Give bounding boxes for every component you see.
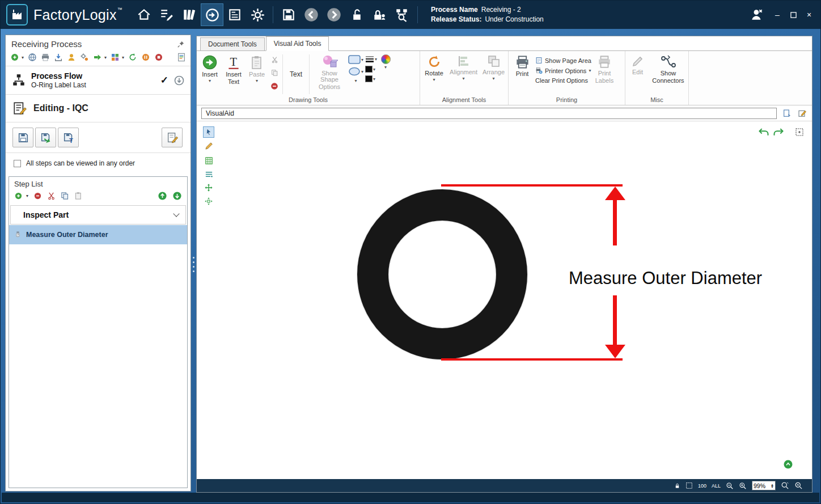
report-icon[interactable] (177, 53, 186, 62)
fill-color-caret-icon[interactable]: ▾ (373, 77, 375, 81)
tools-icon[interactable] (80, 53, 89, 62)
copy-icon[interactable] (61, 192, 69, 200)
move-up-icon[interactable] (158, 191, 167, 201)
chevron-down-icon[interactable] (173, 210, 179, 217)
undo-icon[interactable] (758, 127, 769, 137)
show-shape-options-button[interactable]: Show Shape Options (312, 53, 347, 96)
move-anchor-tool-icon[interactable] (203, 196, 214, 207)
user-icon[interactable] (67, 53, 76, 62)
pause-icon[interactable] (141, 53, 150, 62)
step-item-selected[interactable]: Measure Outer Diameter (9, 225, 187, 244)
line-style-icon[interactable] (365, 55, 374, 63)
shape-color-button[interactable]: ▾ (378, 53, 393, 96)
lock-user-button[interactable] (368, 3, 391, 26)
publish-icon[interactable] (93, 53, 102, 62)
home-button[interactable] (133, 3, 155, 26)
print-button[interactable]: Print (510, 53, 534, 96)
zoom-out-icon[interactable] (726, 482, 734, 490)
paste-button[interactable]: Paste ▾ (246, 53, 268, 96)
rectangle-shape-icon[interactable] (348, 55, 361, 64)
step-group-inspect-part[interactable]: Inspect Part (10, 205, 186, 225)
forward-button[interactable] (323, 3, 345, 26)
draw-tool-icon[interactable] (203, 140, 214, 151)
document-title-input[interactable]: VisualAid (201, 108, 777, 119)
categories-icon[interactable] (111, 53, 120, 62)
o-ring-image[interactable] (357, 189, 527, 359)
tab-visual-aid-tools[interactable]: Visual Aid Tools (266, 36, 329, 51)
selection-area-icon[interactable] (685, 482, 693, 489)
redo-icon[interactable] (773, 127, 784, 137)
add-caret-icon[interactable]: ▾ (22, 55, 24, 60)
pan-tool-icon[interactable] (203, 182, 214, 193)
print-labels-button[interactable]: Print Labels (593, 53, 616, 96)
copy-small-icon[interactable] (271, 69, 278, 77)
save-button[interactable] (277, 3, 300, 26)
zoom-selection-icon[interactable] (781, 481, 789, 490)
categories-caret-icon[interactable]: ▾ (122, 55, 124, 60)
stroke-color-swatch[interactable] (365, 66, 373, 73)
zoom-spinner[interactable]: ▲▼ (771, 484, 774, 488)
annotation-text[interactable]: Measure Outer Diameter (569, 268, 762, 289)
save-template-button[interactable]: T (58, 128, 79, 147)
zoom-reset-icon[interactable] (783, 459, 793, 469)
measure-line-bottom[interactable] (441, 358, 623, 361)
edit-button[interactable]: Edit (628, 53, 648, 96)
insert-caret-icon[interactable]: ▾ (209, 79, 211, 83)
add-step-icon[interactable] (14, 192, 23, 200)
clear-print-options-button[interactable]: Clear Print Options (535, 77, 591, 84)
printer-options-button[interactable]: Printer Options ▾ (535, 67, 591, 74)
cut-icon[interactable] (47, 192, 56, 200)
alignment-button[interactable]: Alignment ▾ (450, 53, 477, 96)
visual-aid-canvas[interactable]: Measure Outer Diameter (197, 121, 812, 479)
news-button[interactable] (223, 3, 246, 26)
insert-text-button[interactable]: T Insert Text (222, 53, 245, 96)
order-checkbox[interactable] (14, 160, 21, 167)
preview-page-button[interactable] (781, 108, 792, 118)
flow-search-button[interactable] (391, 3, 413, 26)
fill-color-swatch[interactable] (365, 75, 373, 82)
text-button[interactable]: Text (285, 53, 307, 96)
back-button[interactable] (300, 3, 323, 26)
insert-button[interactable]: Insert ▾ (198, 53, 221, 96)
lock-zoom-icon[interactable] (674, 482, 680, 489)
zoom-in-icon[interactable] (739, 482, 747, 490)
maximize-button[interactable] (786, 9, 800, 21)
rectangle-caret-icon[interactable]: ▾ (361, 58, 363, 62)
save-step-button[interactable] (12, 128, 33, 147)
documents-button[interactable] (178, 3, 201, 26)
settings-gear-button[interactable] (246, 3, 269, 26)
stroke-color-caret-icon[interactable]: ▾ (373, 67, 375, 71)
ellipse-caret-icon[interactable]: ▾ (361, 70, 363, 74)
delete-small-icon[interactable] (270, 82, 278, 90)
measure-line-top[interactable] (441, 184, 623, 187)
import-icon[interactable] (54, 53, 63, 62)
collapse-icon[interactable] (173, 75, 185, 86)
grid-tool-icon[interactable] (203, 155, 214, 166)
select-tool-icon[interactable] (203, 126, 214, 138)
panel-splitter[interactable] (192, 257, 195, 272)
remove-step-icon[interactable] (33, 192, 42, 200)
close-button[interactable]: × (802, 9, 816, 21)
add-icon[interactable] (10, 53, 19, 62)
print-icon[interactable] (41, 53, 50, 62)
paste-icon[interactable] (74, 192, 83, 200)
guides-tool-icon[interactable] (203, 168, 214, 180)
user-session-button[interactable] (746, 3, 768, 26)
show-page-area-button[interactable]: Show Page Area (535, 57, 591, 64)
refresh-icon[interactable] (128, 53, 137, 62)
stop-icon[interactable] (154, 53, 163, 62)
rotate-button[interactable]: Rotate ▾ (422, 53, 446, 96)
zoom-input[interactable]: 99% ▲▼ (752, 481, 776, 490)
zoom-fit-icon[interactable] (794, 481, 803, 490)
process-flow-row[interactable]: Process Flow O-Ring Label Last ✓ (6, 66, 191, 94)
more-shapes-caret-icon[interactable]: ▾ (355, 79, 357, 83)
save-import-button[interactable] (35, 128, 56, 147)
fit-to-screen-icon[interactable] (795, 128, 804, 137)
zoom-all-label[interactable]: ALL (712, 483, 721, 489)
unlock-button[interactable] (345, 3, 368, 26)
show-connectors-button[interactable]: Show Connectors (650, 53, 687, 96)
pin-icon[interactable] (177, 40, 185, 48)
tab-document-tools[interactable]: Document Tools (200, 37, 265, 50)
edit-notes-button[interactable] (162, 128, 183, 147)
ellipse-shape-icon[interactable] (348, 67, 361, 76)
